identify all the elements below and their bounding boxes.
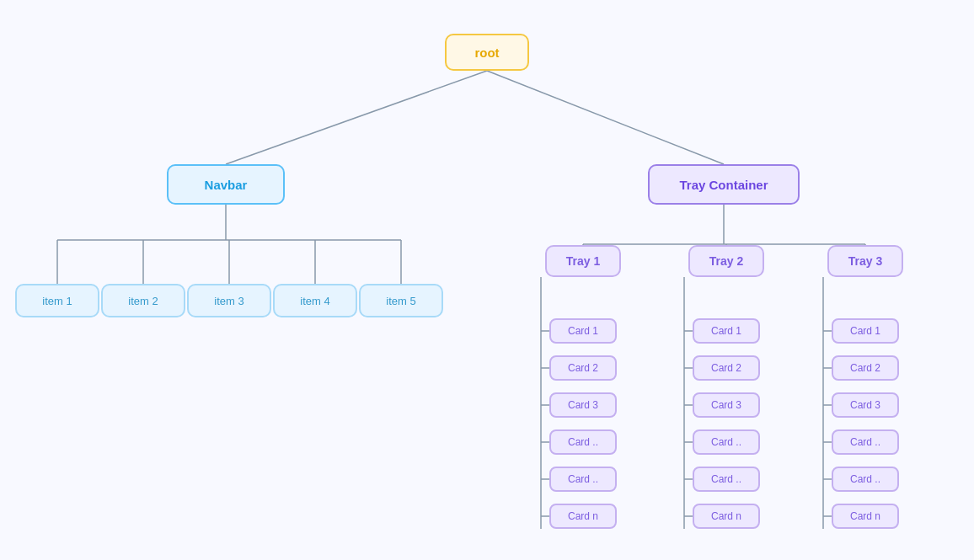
- tray-2-card-2: Card 2: [693, 355, 760, 381]
- tray-3-card-2: Card 2: [832, 355, 899, 381]
- tray-1-card-3: Card 3: [549, 392, 617, 418]
- tray-2-card-5: Card ..: [693, 467, 760, 492]
- tray-1-card-5: Card ..: [549, 467, 617, 492]
- tray-3-card-6: Card n: [832, 504, 899, 529]
- navbar-label: Navbar: [205, 178, 248, 192]
- tray-1-card-1: Card 1: [549, 318, 617, 344]
- tray-2-card-1: Card 1: [693, 318, 760, 344]
- diagram: root Navbar Tray Container item 1item 2i…: [0, 0, 974, 560]
- tray-node-3: Tray 3: [827, 245, 903, 277]
- tray-node-2: Tray 2: [688, 245, 764, 277]
- tray-3-card-1: Card 1: [832, 318, 899, 344]
- tray-container-node: Tray Container: [648, 164, 800, 205]
- root-label: root: [474, 45, 499, 60]
- navbar-item-2: item 2: [101, 284, 185, 317]
- root-node: root: [445, 34, 529, 71]
- tray-1-card-2: Card 2: [549, 355, 617, 381]
- navbar-item-1: item 1: [15, 284, 99, 317]
- tray-3-card-4: Card ..: [832, 429, 899, 455]
- tray-node-1: Tray 1: [545, 245, 621, 277]
- tray-container-label: Tray Container: [679, 178, 768, 192]
- svg-line-0: [226, 71, 487, 164]
- tray-2-card-3: Card 3: [693, 392, 760, 418]
- tray-3-card-5: Card ..: [832, 467, 899, 492]
- tray-3-card-3: Card 3: [832, 392, 899, 418]
- tray-2-card-6: Card n: [693, 504, 760, 529]
- tray-1-card-4: Card ..: [549, 429, 617, 455]
- navbar-node: Navbar: [167, 164, 285, 205]
- navbar-item-3: item 3: [187, 284, 271, 317]
- navbar-item-5: item 5: [359, 284, 443, 317]
- svg-line-1: [487, 71, 724, 164]
- navbar-item-4: item 4: [273, 284, 357, 317]
- tray-2-card-4: Card ..: [693, 429, 760, 455]
- tray-1-card-6: Card n: [549, 504, 617, 529]
